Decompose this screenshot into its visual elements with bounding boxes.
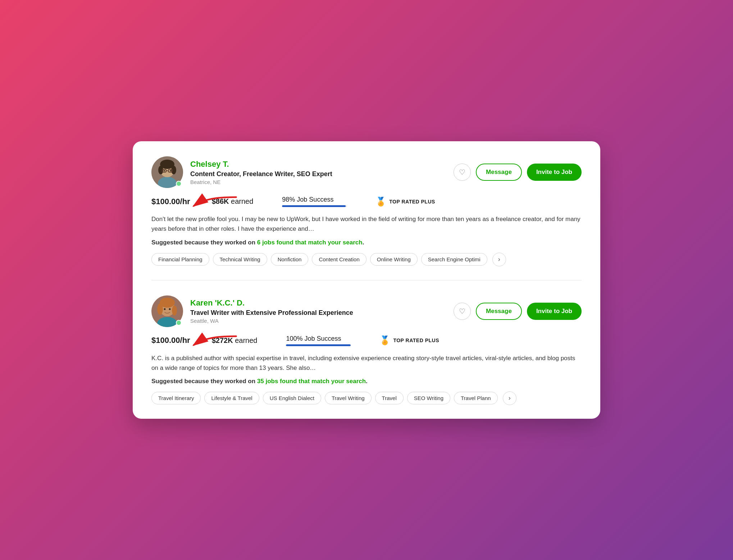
- svg-point-10: [170, 170, 171, 171]
- favorite-button-chelsey[interactable]: ♡: [454, 164, 471, 181]
- freelancer-name-chelsey: Chelsey T.: [190, 160, 446, 169]
- earned-karen: $272K earned: [212, 336, 258, 345]
- action-row-karen: ♡ Message Invite to Job: [454, 303, 582, 320]
- freelancer-name-karen: Karen 'K.C.' D.: [190, 298, 446, 308]
- badge-icon-chelsey: 🏅: [375, 197, 386, 207]
- action-row-chelsey: ♡ Message Invite to Job: [454, 164, 582, 181]
- success-bar-fill-chelsey: [282, 205, 345, 207]
- earned-chelsey: $86K earned: [212, 197, 254, 206]
- tags-row-chelsey: Financial Planning Technical Writing Non…: [151, 253, 582, 266]
- stats-row-karen: $100.00/hr $272K earned 100% Job Success: [151, 335, 582, 346]
- freelancer-title-karen: Travel Writer with Extensive Professiona…: [190, 309, 446, 317]
- success-bar-chelsey: [282, 205, 347, 207]
- tag-karen-5[interactable]: SEO Writing: [407, 392, 450, 404]
- name-block-karen: Karen 'K.C.' D. Travel Writer with Exten…: [190, 298, 446, 324]
- svg-point-19: [169, 308, 171, 310]
- success-bar-fill-karen: [286, 344, 351, 346]
- suggested-link-chelsey[interactable]: 6 jobs found that match your search: [257, 239, 363, 246]
- badge-chelsey: 🏅 TOP RATED PLUS: [375, 197, 435, 207]
- tags-more-chelsey[interactable]: ›: [492, 253, 506, 266]
- badge-text-chelsey: TOP RATED PLUS: [389, 199, 435, 205]
- job-success-chelsey: 98% Job Success: [282, 196, 347, 207]
- freelancer-location-karen: Seattle, WA: [190, 318, 446, 324]
- top-row-chelsey: Chelsey T. Content Creator, Freelance Wr…: [151, 156, 582, 188]
- name-block-chelsey: Chelsey T. Content Creator, Freelance Wr…: [190, 160, 446, 185]
- badge-text-karen: TOP RATED PLUS: [393, 338, 439, 343]
- svg-point-17: [172, 306, 177, 316]
- svg-point-16: [157, 303, 163, 315]
- bio-karen: K.C. is a published author with special …: [151, 353, 582, 373]
- avatar-wrap-chelsey: [151, 156, 183, 188]
- tag-chelsey-1[interactable]: Technical Writing: [213, 253, 267, 266]
- tags-more-karen[interactable]: ›: [503, 391, 516, 405]
- tag-karen-0[interactable]: Travel Itinerary: [151, 392, 201, 404]
- tag-karen-4[interactable]: Travel: [375, 392, 404, 404]
- badge-karen: 🏅 TOP RATED PLUS: [379, 335, 439, 345]
- freelancer-title-chelsey: Content Creator, Freelance Writer, SEO E…: [190, 170, 446, 178]
- tag-chelsey-4[interactable]: Online Writing: [370, 253, 418, 266]
- suggested-link-karen[interactable]: 35 jobs found that match your search: [257, 378, 366, 385]
- svg-point-18: [164, 308, 166, 310]
- tag-chelsey-0[interactable]: Financial Planning: [151, 253, 209, 266]
- bio-chelsey: Don't let the new profile fool you. I ma…: [151, 214, 582, 234]
- online-indicator-karen: [176, 320, 182, 326]
- rate-chelsey: $100.00/hr: [151, 197, 190, 206]
- freelancer-location-chelsey: Beatrice, NE: [190, 179, 446, 185]
- tag-chelsey-5[interactable]: Search Engine Optimi: [421, 253, 487, 266]
- svg-point-9: [164, 170, 165, 171]
- stats-row-chelsey: $100.00/hr $86K earned 98% Job Success: [151, 196, 582, 207]
- badge-icon-karen: 🏅: [379, 335, 390, 345]
- rate-karen: $100.00/hr: [151, 336, 190, 345]
- tag-karen-3[interactable]: Travel Writing: [325, 392, 372, 404]
- freelancer-section-chelsey: Chelsey T. Content Creator, Freelance Wr…: [133, 141, 600, 280]
- tag-chelsey-2[interactable]: Nonfiction: [271, 253, 309, 266]
- tag-chelsey-3[interactable]: Content Creation: [312, 253, 366, 266]
- suggested-karen: Suggested because they worked on 35 jobs…: [151, 378, 582, 385]
- message-button-chelsey[interactable]: Message: [476, 164, 522, 181]
- tags-row-karen: Travel Itinerary Lifestyle & Travel US E…: [151, 391, 582, 405]
- freelancer-section-karen: Karen 'K.C.' D. Travel Writer with Exten…: [133, 280, 600, 419]
- main-card: Chelsey T. Content Creator, Freelance Wr…: [133, 141, 600, 419]
- tag-karen-2[interactable]: US English Dialect: [263, 392, 321, 404]
- invite-button-chelsey[interactable]: Invite to Job: [527, 164, 582, 181]
- message-button-karen[interactable]: Message: [476, 303, 522, 320]
- favorite-button-karen[interactable]: ♡: [454, 303, 471, 320]
- tag-karen-6[interactable]: Travel Plann: [454, 392, 498, 404]
- success-bar-karen: [286, 344, 351, 346]
- top-row-karen: Karen 'K.C.' D. Travel Writer with Exten…: [151, 295, 582, 327]
- online-indicator-chelsey: [176, 181, 182, 187]
- tag-karen-1[interactable]: Lifestyle & Travel: [204, 392, 259, 404]
- suggested-chelsey: Suggested because they worked on 6 jobs …: [151, 239, 582, 246]
- avatar-wrap-karen: [151, 295, 183, 327]
- invite-button-karen[interactable]: Invite to Job: [527, 303, 582, 320]
- job-success-karen: 100% Job Success: [286, 335, 351, 346]
